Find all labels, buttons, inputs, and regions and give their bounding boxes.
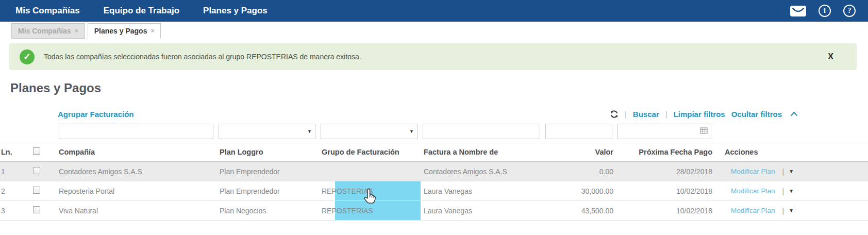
refresh-icon[interactable]: [610, 110, 619, 119]
filter-compania-input-field[interactable]: [61, 124, 210, 139]
cell-valor: 30,000.00: [545, 181, 617, 201]
ocultar-filtros-link[interactable]: Ocultar filtros: [731, 110, 782, 119]
filter-compania-input[interactable]: [58, 124, 213, 139]
filter-plan-select[interactable]: ▼: [219, 124, 315, 139]
cell-fecha: 10/02/2018: [617, 201, 716, 221]
help-icon[interactable]: ?: [843, 5, 856, 17]
cell-plan: Plan Emprendedor: [219, 162, 321, 181]
page-title: Planes y Pagos: [10, 81, 868, 95]
dropdown-arrow-icon: ▼: [409, 129, 414, 134]
planes-y-pagos-table: ▼ ▼ Ln. Compañía Plan Loggro Grupo de Fa…: [0, 123, 868, 221]
tab-close-icon[interactable]: ×: [151, 27, 154, 35]
select-all-checkbox[interactable]: [33, 147, 40, 155]
cell-compania: Reposteria Portal: [58, 181, 219, 201]
filter-grupo-select[interactable]: ▼: [321, 124, 418, 139]
mail-icon[interactable]: [790, 6, 806, 16]
row-checkbox[interactable]: [33, 167, 40, 174]
separator: |: [782, 207, 784, 215]
limpiar-filtros-link[interactable]: Limpiar filtros: [674, 110, 725, 119]
banner-close-button[interactable]: X: [828, 52, 833, 61]
nav-mis-companias[interactable]: Mis Compañías: [15, 6, 80, 16]
nav-planes-y-pagos[interactable]: Planes y Pagos: [203, 6, 268, 16]
table-row[interactable]: 2 Reposteria Portal Plan Emprendedor REP…: [0, 181, 868, 201]
separator: |: [625, 110, 627, 119]
cell-factura: Laura Vanegas: [423, 181, 545, 201]
row-line-number: 3: [0, 201, 32, 221]
tab-close-icon[interactable]: ×: [75, 27, 78, 35]
filter-factura-input-field[interactable]: [426, 124, 537, 139]
row-checkbox[interactable]: [33, 206, 40, 213]
top-navbar: Mis Compañías Equipo de Trabajo Planes y…: [0, 0, 868, 22]
tab-planes-y-pagos[interactable]: Planes y Pagos ×: [88, 23, 161, 39]
tab-strip: Mis Compañías × Planes y Pagos ×: [0, 22, 868, 39]
cell-grupo: [321, 162, 423, 181]
cell-compania: Viva Natural: [58, 201, 219, 221]
agrupar-facturacion-link[interactable]: Agrupar Facturación: [58, 110, 134, 119]
filter-row: ▼ ▼: [0, 123, 868, 142]
row-checkbox[interactable]: [33, 187, 40, 194]
col-header-ln: Ln.: [0, 142, 32, 162]
table-toolbar: Agrupar Facturación | Buscar | Limpiar f…: [0, 108, 868, 120]
row-line-number: 1: [0, 162, 32, 181]
col-header-compania: Compañía: [58, 142, 219, 162]
dropdown-arrow-icon: ▼: [307, 129, 312, 134]
cell-grupo-highlighted[interactable]: REPOSTERIAS: [321, 181, 423, 201]
separator: |: [782, 167, 784, 176]
row-line-number: 2: [0, 181, 32, 201]
col-header-plan-loggro: Plan Loggro: [219, 142, 321, 162]
nav-equipo-de-trabajo[interactable]: Equipo de Trabajo: [104, 6, 179, 16]
col-header-valor: Valor: [545, 142, 617, 162]
cell-valor: 43,500.00: [545, 201, 617, 221]
modificar-plan-link[interactable]: Modificar Plan: [731, 207, 775, 214]
separator: |: [782, 187, 784, 195]
row-actions-dropdown-icon[interactable]: ▼: [789, 208, 794, 213]
col-header-grupo: Grupo de Facturación: [321, 142, 423, 162]
buscar-link[interactable]: Buscar: [633, 110, 659, 119]
info-icon[interactable]: i: [819, 5, 831, 17]
cell-factura: Laura Vanegas: [423, 201, 545, 221]
tab-label: Mis Compañías: [18, 27, 71, 35]
cell-compania: Contadores Amigos S.A.S: [58, 162, 219, 181]
table-row[interactable]: 1 Contadores Amigos S.A.S Plan Emprended…: [0, 162, 868, 181]
table-row[interactable]: 3 Viva Natural Plan Negocios REPOSTERIAS…: [0, 201, 868, 221]
filter-valor-input-field[interactable]: [549, 124, 609, 139]
cell-fecha: 28/02/2018: [617, 162, 716, 181]
tab-label: Planes y Pagos: [94, 27, 147, 35]
tab-mis-companias[interactable]: Mis Compañías ×: [11, 23, 85, 39]
cell-valor: 0.00: [545, 162, 617, 181]
success-message: Todas las compañías seleccionadas fueron…: [44, 53, 361, 61]
cell-factura: Contadores Amigos S.A.S: [423, 162, 545, 181]
cell-plan: Plan Emprendedor: [219, 181, 321, 201]
row-actions-dropdown-icon[interactable]: ▼: [789, 169, 794, 174]
filter-fecha-date-input[interactable]: [617, 124, 711, 139]
col-header-fecha: Próxima Fecha Pago: [617, 142, 716, 162]
cell-grupo-highlighted[interactable]: REPOSTERIAS: [321, 201, 423, 221]
cell-plan: Plan Negocios: [219, 201, 321, 221]
row-actions-dropdown-icon[interactable]: ▼: [789, 188, 794, 194]
chevron-up-icon[interactable]: [790, 111, 798, 116]
separator: |: [665, 110, 667, 119]
filter-valor-input[interactable]: [545, 124, 612, 139]
modificar-plan-link[interactable]: Modificar Plan: [731, 167, 775, 175]
calendar-icon[interactable]: [700, 127, 708, 136]
success-banner: ✓ Todas las compañías seleccionadas fuer…: [9, 43, 857, 70]
modificar-plan-link[interactable]: Modificar Plan: [731, 187, 775, 195]
col-header-acciones: Acciones: [716, 142, 868, 162]
success-check-icon: ✓: [20, 49, 35, 64]
filter-factura-input[interactable]: [423, 124, 540, 139]
cell-fecha: 10/02/2018: [617, 181, 716, 201]
table-header-row: Ln. Compañía Plan Loggro Grupo de Factur…: [0, 142, 868, 162]
col-header-factura: Factura a Nombre de: [423, 142, 545, 162]
